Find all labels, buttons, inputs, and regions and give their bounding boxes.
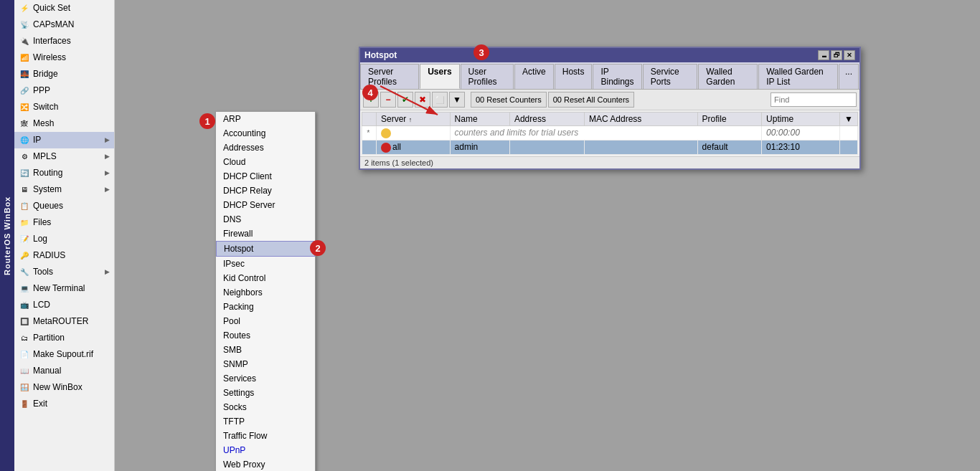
submenu-item-ipsec[interactable]: IPsec (216, 257, 315, 271)
nav-label-radius: RADIUS (33, 250, 65, 260)
col-address[interactable]: Address (509, 113, 584, 126)
submenu-item-neighbors[interactable]: Neighbors (216, 285, 315, 300)
nav-item-log[interactable]: 📝 Log (14, 231, 114, 247)
submenu-item-dhcp-client[interactable]: DHCP Client (216, 169, 315, 184)
nav-item-files[interactable]: 📁 Files (14, 214, 114, 231)
submenu-item-hotspot[interactable]: Hotspot (216, 241, 315, 257)
nav-item-manual[interactable]: 📖 Manual (14, 363, 114, 379)
submenu-item-services[interactable]: Services (216, 371, 315, 386)
nav-item-tools[interactable]: 🔧 Tools ▶ (14, 264, 114, 280)
submenu-item-arp[interactable]: ARP (216, 112, 315, 126)
nav-icon-queues: 📋 (19, 200, 30, 211)
tab-more[interactable]: ... (839, 64, 859, 89)
nav-label-capsman: CAPsMAN (33, 19, 74, 29)
submenu-item-firewall[interactable]: Firewall (216, 227, 315, 241)
nav-label-metarouter: MetaROUTER (33, 316, 88, 326)
nav-item-bridge[interactable]: 🌉 Bridge (14, 66, 114, 82)
nav-icon-new-terminal: 💻 (19, 282, 30, 294)
tab-walled-garden[interactable]: Walled Garden (698, 64, 758, 89)
window-restore-button[interactable]: 🗗 (831, 50, 842, 60)
nav-item-partition[interactable]: 🗂 Partition (14, 330, 114, 346)
window-close-button[interactable]: ✕ (844, 50, 855, 60)
col-dropdown[interactable]: ▼ (840, 113, 858, 126)
nav-item-radius[interactable]: 🔑 RADIUS (14, 247, 114, 264)
reset-all-counters-button[interactable]: 00 Reset All Counters (548, 92, 634, 108)
submenu-item-socks[interactable]: Socks (216, 400, 315, 414)
table-row-user-all[interactable]: all admin default 01:23:10 (362, 140, 858, 154)
nav-item-queues[interactable]: 📋 Queues (14, 198, 114, 214)
submenu-item-upnp[interactable]: UPnP (216, 443, 315, 457)
submenu-item-accounting[interactable]: Accounting (216, 126, 315, 141)
tab-service-ports[interactable]: Service Ports (643, 64, 698, 89)
reset-counters-button[interactable]: 00 Reset Counters (471, 92, 547, 108)
submenu-item-packing[interactable]: Packing (216, 300, 315, 314)
nav-item-exit[interactable]: 🚪 Exit (14, 396, 114, 412)
submenu-item-dhcp-server[interactable]: DHCP Server (216, 198, 315, 212)
apply-button[interactable]: ✔ (397, 92, 413, 108)
col-mac[interactable]: MAC Address (585, 113, 698, 126)
row-address (509, 140, 584, 154)
submenu-item-addresses[interactable]: Addresses (216, 141, 315, 155)
nav-item-make-supout[interactable]: 📄 Make Supout.rif (14, 346, 114, 363)
window-statusbar: 2 items (1 selected) (360, 156, 859, 168)
nav-item-mpls[interactable]: ⚙ MPLS ▶ (14, 148, 114, 165)
submenu-item-smb[interactable]: SMB (216, 343, 315, 357)
find-input[interactable] (771, 92, 857, 107)
nav-item-routing[interactable]: 🔄 Routing ▶ (14, 165, 114, 181)
col-profile[interactable]: Profile (697, 113, 761, 126)
tab-users[interactable]: Users (420, 64, 459, 89)
annotation-badge-4: 4 (362, 85, 378, 100)
nav-item-mesh[interactable]: 🕸 Mesh (14, 115, 114, 132)
nav-item-switch[interactable]: 🔀 Switch (14, 99, 114, 115)
nav-item-ppp[interactable]: 🔗 PPP (14, 82, 114, 99)
submenu-item-settings[interactable]: Settings (216, 386, 315, 400)
submenu-item-web-proxy[interactable]: Web Proxy (216, 457, 315, 471)
nav-icon-mpls: ⚙ (19, 151, 30, 162)
nav-item-new-winbox[interactable]: 🪟 New WinBox (14, 379, 114, 396)
submenu-item-cloud[interactable]: Cloud (216, 155, 315, 169)
nav-label-lcd: LCD (33, 300, 50, 310)
main-area: ARPAccountingAddressesCloudDHCP ClientDH… (115, 0, 980, 471)
row-profile: default (697, 140, 761, 154)
window-title: Hotspot (364, 50, 397, 60)
users-table: Server ↑ Name Address MAC Address Profil… (362, 112, 858, 155)
col-name[interactable]: Name (450, 113, 509, 126)
table-row-group-row[interactable]: * counters and limits for trial users 00… (362, 126, 858, 141)
row-uptime: 00:00:00 (762, 126, 840, 141)
nav-label-interfaces: Interfaces (33, 36, 71, 46)
tab-walled-garden-ip[interactable]: Walled Garden IP List (758, 64, 838, 89)
window-minimize-button[interactable]: 🗕 (818, 50, 829, 60)
cancel-button[interactable]: ✖ (415, 92, 430, 108)
col-uptime[interactable]: Uptime (762, 113, 840, 126)
submenu-item-dhcp-relay[interactable]: DHCP Relay (216, 184, 315, 198)
nav-item-capsman[interactable]: 📡 CAPsMAN (14, 16, 114, 33)
nav-label-mpls: MPLS (33, 151, 57, 161)
nav-icon-new-winbox: 🪟 (19, 381, 30, 393)
nav-icon-wireless: 📶 (19, 52, 30, 63)
tab-user-profiles[interactable]: User Profiles (461, 64, 514, 89)
nav-item-lcd[interactable]: 📺 LCD (14, 297, 114, 313)
copy-button[interactable]: ⬜ (432, 92, 448, 108)
tab-hosts[interactable]: Hosts (555, 64, 593, 89)
nav-item-system[interactable]: 🖥 System ▶ (14, 181, 114, 198)
submenu-item-snmp[interactable]: SNMP (216, 357, 315, 371)
col-server[interactable]: Server ↑ (377, 113, 451, 126)
submenu-item-kid-control[interactable]: Kid Control (216, 271, 315, 285)
nav-item-metarouter[interactable]: 🔲 MetaROUTER (14, 313, 114, 330)
submenu-item-routes[interactable]: Routes (216, 328, 315, 343)
submenu-item-tftp[interactable]: TFTP (216, 414, 315, 429)
submenu-item-dns[interactable]: DNS (216, 212, 315, 227)
remove-button[interactable]: − (380, 92, 396, 108)
submenu-item-pool[interactable]: Pool (216, 314, 315, 328)
tab-ip-bindings[interactable]: IP Bindings (593, 64, 641, 89)
nav-label-ip: IP (33, 135, 41, 145)
nav-item-new-terminal[interactable]: 💻 New Terminal (14, 280, 114, 297)
nav-item-ip[interactable]: 🌐 IP ▶ (14, 132, 114, 148)
submenu-item-traffic-flow[interactable]: Traffic Flow (216, 429, 315, 443)
nav-item-wireless[interactable]: 📶 Wireless (14, 49, 114, 66)
filter-button[interactable]: ▼ (449, 92, 465, 108)
tab-active[interactable]: Active (514, 64, 554, 89)
nav-icon-quick-set: ⚡ (19, 2, 30, 14)
nav-item-interfaces[interactable]: 🔌 Interfaces (14, 33, 114, 49)
nav-item-quick-set[interactable]: ⚡ Quick Set (14, 0, 114, 16)
